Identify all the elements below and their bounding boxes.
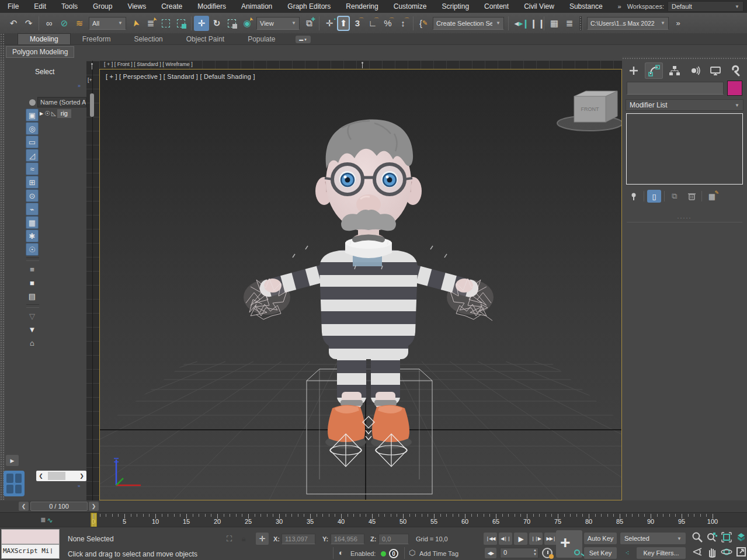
- menubar-item[interactable]: File: [0, 0, 26, 13]
- time-back-button[interactable]: ❮: [19, 502, 29, 511]
- redo-button[interactable]: ↷: [21, 16, 36, 31]
- menubar-item[interactable]: Content: [477, 0, 516, 13]
- filter-display-groups-icon[interactable]: ⊞: [26, 176, 39, 189]
- horizontal-scrollbar[interactable]: ❮ ❯: [36, 471, 86, 481]
- time-forward-button[interactable]: ❯: [89, 502, 99, 511]
- perspective-viewport[interactable]: [ + ] [ Perspective ] [ Standard ] [ Def…: [99, 69, 622, 500]
- key-filters-button[interactable]: Key Filters...: [637, 547, 686, 559]
- select-object-icon[interactable]: ➤: [128, 16, 143, 31]
- zoom-icon[interactable]: [690, 530, 704, 544]
- panel-grip[interactable]: [622, 57, 747, 60]
- menubar-item[interactable]: Modifiers: [190, 0, 234, 13]
- angle-snap-toggle-icon[interactable]: ∟⌒: [365, 16, 380, 31]
- keyboard-shortcut-override-toggle[interactable]: ⬆: [337, 16, 350, 31]
- zoom-extents-all-icon[interactable]: [734, 530, 747, 544]
- filter-display-cameras-icon[interactable]: ▭: [26, 135, 39, 148]
- ribbon-tab[interactable]: Populate: [236, 34, 287, 44]
- named-selection-set-dropdown[interactable]: Create Selection Se▼: [433, 17, 504, 30]
- visibility-eye-icon[interactable]: ☉: [44, 110, 50, 117]
- z-coordinate-field[interactable]: 0,0: [378, 534, 409, 544]
- menubar-item[interactable]: Graph Editors: [280, 0, 338, 13]
- viewport-label-menu[interactable]: [ + ] [ Perspective ] [ Standard ] [ Def…: [106, 73, 255, 80]
- zoom-extents-icon[interactable]: [720, 530, 734, 544]
- add-time-tag-label[interactable]: Add Time Tag: [419, 550, 458, 557]
- edit-named-selection-sets-icon[interactable]: {✎: [416, 16, 431, 31]
- align-icon[interactable]: ❙❙❙: [526, 16, 541, 31]
- panel-resize-handle[interactable]: ·····: [622, 215, 747, 221]
- explorer-filter-icon[interactable]: ▼: [26, 323, 39, 336]
- filter-display-lights-icon[interactable]: ◎: [26, 122, 39, 135]
- percent-snap-toggle-icon[interactable]: %⌒: [380, 16, 395, 31]
- collapsed-left-viewport[interactable]: [+: [86, 61, 99, 500]
- menubar-item[interactable]: Rendering: [338, 0, 385, 13]
- ribbon-tab[interactable]: Freeform: [71, 34, 123, 44]
- modifier-stack[interactable]: [626, 113, 743, 185]
- auto-key-button[interactable]: Auto Key: [584, 533, 617, 544]
- scene-node-label[interactable]: rig: [57, 109, 71, 118]
- menubar-item[interactable]: Animation: [234, 0, 280, 13]
- select-and-scale-button[interactable]: [224, 16, 239, 31]
- tab-display[interactable]: [706, 62, 724, 79]
- use-pivot-point-center-icon[interactable]: ⧉✚: [301, 16, 317, 31]
- go-to-start-button[interactable]: ❘◀◀: [484, 533, 497, 545]
- animation-sphere-icon[interactable]: ◐: [339, 548, 343, 557]
- spinner-snap-toggle-icon[interactable]: ↕⌒: [395, 16, 411, 31]
- menubar-item[interactable]: Views: [120, 0, 154, 13]
- filter-display-geometry-icon[interactable]: ▣: [26, 109, 39, 121]
- select-by-name-icon[interactable]: ≣➤: [143, 16, 158, 31]
- mini-curve-editor-button[interactable]: ≣∿: [35, 514, 58, 526]
- bind-to-spacewarp-icon[interactable]: ≋: [72, 16, 87, 31]
- maxscript-mini-listener-input[interactable]: MAXScript Mi❘: [1, 544, 60, 559]
- polygon-modeling-tab[interactable]: Polygon Modeling: [6, 46, 74, 58]
- expand-panel-arrow-button[interactable]: ▶: [6, 455, 19, 466]
- mini-expand-icon[interactable]: »: [78, 484, 80, 489]
- maxscript-mini-listener-pink[interactable]: [1, 529, 60, 544]
- snaps-toggle-icon[interactable]: 3⌒: [350, 16, 365, 31]
- ribbon-tab[interactable]: Object Paint: [175, 34, 236, 44]
- key-mode-dropdown[interactable]: Selected▼: [620, 533, 686, 544]
- viewport-canvas[interactable]: FRONT: [100, 69, 621, 500]
- field-of-view-icon[interactable]: [690, 545, 704, 559]
- enabled-count-badge[interactable]: 0: [389, 549, 398, 558]
- menubar-item[interactable]: Edit: [26, 0, 54, 13]
- track-bar[interactable]: ≣∿ 0510152025303540455055606570758085909…: [0, 512, 747, 527]
- menu-overflow-icon[interactable]: »: [613, 3, 626, 10]
- select-and-manipulate-icon[interactable]: ✛•: [322, 16, 337, 31]
- filter-display-bones-icon[interactable]: ⌁: [26, 203, 39, 215]
- object-name-field[interactable]: [627, 82, 724, 95]
- time-tag-cube-icon[interactable]: ⬡: [409, 548, 415, 557]
- menubar-item[interactable]: Substance: [562, 0, 610, 13]
- play-button[interactable]: ▶: [514, 533, 527, 545]
- pin-stack-icon[interactable]: [627, 190, 641, 203]
- toggle-scene-explorer-icon[interactable]: ▦: [547, 16, 562, 31]
- menubar-item[interactable]: Civil View: [516, 0, 562, 13]
- filter-display-containers-icon[interactable]: ▦: [26, 216, 39, 229]
- filter-display-spacewarps-icon[interactable]: ≈: [26, 162, 39, 175]
- scroll-left-icon[interactable]: ❮: [36, 473, 46, 479]
- ribbon-tab[interactable]: Modeling: [18, 33, 71, 44]
- window-crossing-toggle-icon[interactable]: [173, 16, 189, 31]
- selectable-icon[interactable]: ◺: [51, 110, 56, 117]
- menubar-item[interactable]: Create: [154, 0, 190, 13]
- reference-coordinate-dropdown[interactable]: View▼: [256, 17, 300, 30]
- viewcube-front-face[interactable]: FRONT: [581, 106, 599, 112]
- orbit-icon[interactable]: [720, 545, 734, 559]
- explorer-filter-off-icon[interactable]: ▽: [26, 309, 39, 322]
- explorer-block-view-icon[interactable]: ■: [26, 276, 39, 289]
- select-and-move-button[interactable]: ✛: [194, 16, 209, 31]
- menubar-item[interactable]: Customize: [386, 0, 435, 13]
- tab-modify[interactable]: [645, 62, 663, 79]
- filter-display-helpers-icon[interactable]: ◿: [26, 149, 39, 162]
- key-mode-toggle[interactable]: ◀▶: [485, 548, 496, 558]
- isolate-selection-icon[interactable]: ⛶: [227, 534, 232, 544]
- previous-frame-button[interactable]: ◀❘❘: [499, 533, 512, 545]
- workspaces-dropdown[interactable]: Default ▼: [668, 1, 743, 12]
- configure-modifier-sets-icon[interactable]: ▦✎: [705, 190, 719, 203]
- scrollbar-thumb[interactable]: [48, 472, 65, 480]
- key-filters-icon[interactable]: ⁖: [620, 547, 634, 559]
- project-folder-dropdown[interactable]: C:\Users\1..s Max 2022▼: [587, 17, 669, 30]
- zoom-all-icon[interactable]: [705, 530, 719, 544]
- toolbar-overflow-icon[interactable]: »: [670, 16, 686, 31]
- filter-display-particles-icon[interactable]: ✱: [26, 229, 39, 242]
- scene-node-row[interactable]: ▶ ☉ ◺ rig: [40, 109, 86, 119]
